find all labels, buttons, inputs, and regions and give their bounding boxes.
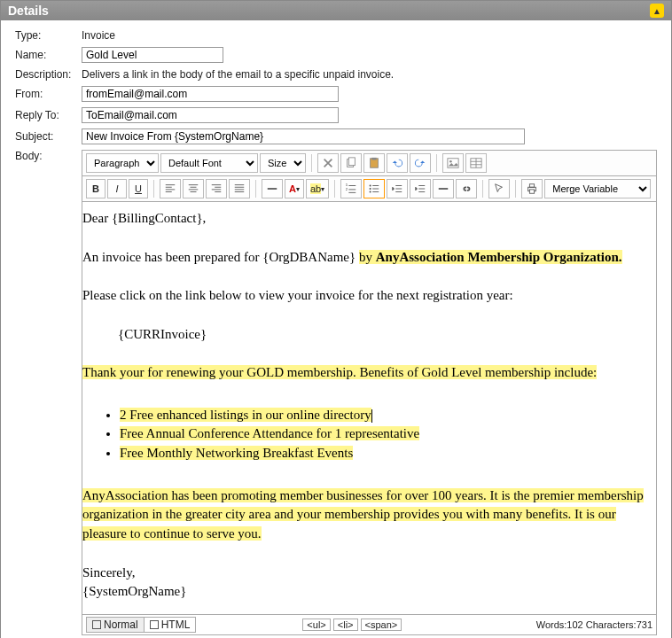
toolbar-row-2: B I U A▾ ab▾ 12 <box>82 176 656 202</box>
row-name: Name: <box>15 47 657 63</box>
separator <box>153 180 154 198</box>
copy-icon[interactable] <box>340 153 362 173</box>
cut-icon[interactable] <box>317 153 339 173</box>
separator <box>334 180 335 198</box>
normal-mode-icon <box>92 620 101 629</box>
caret-cursor <box>371 409 372 423</box>
italic-button[interactable]: I <box>107 179 127 198</box>
row-description: Description: Delivers a link in the body… <box>15 68 657 81</box>
insert-table-icon[interactable] <box>465 153 487 173</box>
subject-field[interactable] <box>82 128 525 144</box>
value-type: Invoice <box>82 29 115 42</box>
form-body: Type: Invoice Name: Description: Deliver… <box>1 20 671 638</box>
print-icon[interactable] <box>521 179 543 198</box>
align-left-icon[interactable] <box>160 179 181 198</box>
font-color-icon[interactable]: A▾ <box>285 179 304 198</box>
svg-point-11 <box>370 191 371 192</box>
label-description: Description: <box>15 68 82 81</box>
pointer-icon[interactable] <box>488 179 510 198</box>
insert-image-icon[interactable] <box>442 153 464 173</box>
label-name: Name: <box>15 49 82 61</box>
panel-header: Details ▲ <box>1 1 671 20</box>
list-item: Free Annual Conference Attendance for 1 … <box>120 424 649 444</box>
svg-rect-3 <box>371 158 376 160</box>
svg-point-9 <box>370 184 371 186</box>
justify-icon[interactable] <box>229 179 250 198</box>
ordered-list-icon[interactable]: 12 <box>340 179 362 198</box>
separator <box>515 180 516 198</box>
paragraph-select[interactable]: Paragraph <box>86 153 159 173</box>
list-item: 2 Free enhanced listings in our online d… <box>120 406 649 425</box>
merge-variable-select[interactable]: Merge Variable <box>544 179 651 198</box>
align-center-icon[interactable] <box>183 179 204 198</box>
separator <box>255 180 256 198</box>
indent-icon[interactable] <box>410 179 431 198</box>
replyto-field[interactable] <box>82 107 339 123</box>
path-segment[interactable]: <span> <box>361 619 402 631</box>
greeting-line: Dear {BillingContact}, <box>82 209 649 229</box>
svg-point-10 <box>370 188 371 190</box>
highlighted-text: by AnyAssociation Membership Organizatio… <box>359 250 622 264</box>
signoff-2: {SystemOrgName} <box>82 582 649 602</box>
font-select[interactable]: Default Font <box>160 153 258 173</box>
invoice-line: An invoice has been prepared for {OrgDBA… <box>82 248 649 268</box>
unordered-list-icon[interactable] <box>363 179 385 198</box>
panel-title: Details <box>8 4 49 18</box>
html-mode-icon <box>150 620 159 629</box>
row-replyto: Reply To: <box>15 107 657 123</box>
label-subject: Subject: <box>15 130 82 143</box>
outdent-icon[interactable] <box>387 179 408 198</box>
separator <box>482 180 483 198</box>
path-segment[interactable]: <ul> <box>302 619 330 631</box>
rich-text-editor: Paragraph Default Font Size <box>82 150 657 635</box>
mode-tabs: Normal HTML <box>86 617 196 633</box>
editor-content[interactable]: Dear {BillingContact}, An invoice has be… <box>82 202 656 614</box>
highlight-color-icon[interactable]: ab▾ <box>306 179 329 198</box>
svg-rect-14 <box>530 190 535 193</box>
svg-point-5 <box>449 160 452 163</box>
separator <box>311 154 312 172</box>
size-select[interactable]: Size <box>260 153 306 173</box>
svg-text:1: 1 <box>346 183 348 187</box>
label-replyto: Reply To: <box>15 109 82 121</box>
signoff-1: Sincerely, <box>82 564 649 583</box>
label-type: Type: <box>15 29 82 42</box>
paste-icon[interactable] <box>363 153 385 173</box>
svg-rect-13 <box>530 184 535 188</box>
undo-icon[interactable] <box>387 153 408 173</box>
svg-text:2: 2 <box>346 188 348 191</box>
name-field[interactable] <box>82 47 223 63</box>
click-line: Please click on the link below to view y… <box>82 286 649 306</box>
label-body: Body: <box>15 150 82 162</box>
editor-footer: Normal HTML <ul> <li> <span> Words:102 C… <box>82 614 656 634</box>
curr-invoice-placeholder: {CURRInvoice} <box>118 325 649 345</box>
link-icon[interactable] <box>456 179 477 198</box>
element-path: <ul> <li> <span> <box>302 619 402 631</box>
svg-rect-4 <box>448 159 458 168</box>
bold-button[interactable]: B <box>86 179 105 198</box>
tab-html[interactable]: HTML <box>145 618 196 632</box>
list-item: Free Monthly Networking Breakfast Events <box>120 444 649 463</box>
strikethrough-icon[interactable] <box>262 179 283 198</box>
from-field[interactable] <box>82 86 339 102</box>
underline-button[interactable]: U <box>129 179 148 198</box>
row-from: From: <box>15 86 657 102</box>
hr-icon[interactable] <box>433 179 454 198</box>
row-subject: Subject: <box>15 128 657 144</box>
row-type: Type: Invoice <box>15 29 657 42</box>
benefits-list: 2 Free enhanced listings in our online d… <box>120 406 649 463</box>
tab-normal[interactable]: Normal <box>87 618 145 632</box>
collapse-icon[interactable]: ▲ <box>650 4 664 18</box>
details-panel: Details ▲ Type: Invoice Name: Descriptio… <box>0 0 672 638</box>
align-right-icon[interactable] <box>206 179 227 198</box>
toolbar-row-1: Paragraph Default Font Size <box>82 151 656 176</box>
label-from: From: <box>15 88 82 100</box>
path-segment[interactable]: <li> <box>333 619 358 631</box>
word-char-count: Words:102 Characters:731 <box>536 619 652 630</box>
svg-rect-1 <box>348 158 355 166</box>
redo-icon[interactable] <box>410 153 431 173</box>
closing-para: AnyAssociation has been promoting member… <box>82 486 649 544</box>
editor-wrap: Paragraph Default Font Size <box>82 150 657 638</box>
thank-line: Thank your for renewing your GOLD member… <box>82 363 649 383</box>
separator <box>436 154 437 172</box>
